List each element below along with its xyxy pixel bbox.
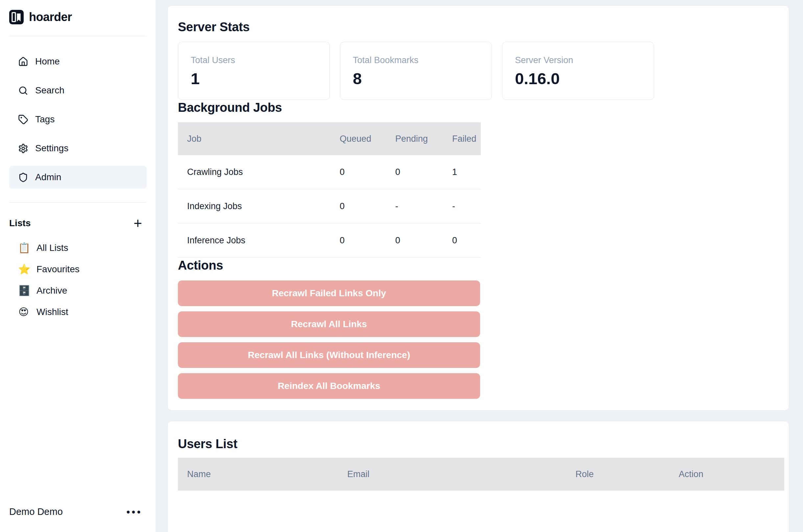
user-name: Demo Demo [9, 506, 63, 517]
sidebar-divider [9, 202, 147, 203]
column-header-queued: Queued [330, 134, 386, 144]
search-icon [18, 86, 28, 96]
recrawl-failed-links-button[interactable]: Recrawl Failed Links Only [178, 281, 480, 306]
sidebar-item-home[interactable]: Home [9, 50, 147, 73]
column-header-role: Role [566, 469, 669, 479]
list-item-archive[interactable]: 🗄️ Archive [9, 282, 147, 300]
clipboard-emoji-icon: 📋 [18, 243, 29, 253]
actions-title: Actions [178, 258, 779, 273]
add-list-button[interactable]: + [133, 216, 143, 230]
admin-card: Server Stats Total Users 1 Total Bookmar… [167, 5, 789, 411]
cell-failed: - [443, 201, 481, 211]
shield-icon [18, 172, 28, 183]
stat-label: Total Bookmarks [353, 55, 479, 65]
column-header-failed: Failed [443, 134, 481, 144]
sidebar-item-label: Home [35, 56, 60, 67]
sidebar-item-search[interactable]: Search [9, 79, 147, 102]
stat-value: 0.16.0 [515, 69, 641, 88]
cell-job-name: Crawling Jobs [178, 167, 330, 177]
recrawl-without-inference-button[interactable]: Recrawl All Links (Without Inference) [178, 342, 480, 368]
cell-pending: 0 [386, 235, 443, 246]
sidebar-item-tags[interactable]: Tags [9, 108, 147, 131]
background-jobs-table: Job Queued Pending Failed Crawling Jobs … [178, 122, 481, 258]
list-item-wishlist[interactable]: 😍 Wishlist [9, 303, 147, 321]
list-item-favourites[interactable]: ⭐ Favourites [9, 260, 147, 279]
star-emoji-icon: ⭐ [18, 264, 29, 274]
home-icon [18, 57, 28, 67]
sidebar-nav: Home Search Tags [9, 50, 147, 189]
plus-icon: + [134, 215, 142, 231]
app-title: hoarder [29, 10, 72, 24]
table-row-crawling-jobs: Crawling Jobs 0 0 1 [178, 155, 481, 189]
table-row-indexing-jobs: Indexing Jobs 0 - - [178, 189, 481, 224]
sidebar-item-label: Settings [35, 143, 69, 154]
stat-card-server-version: Server Version 0.16.0 [502, 42, 654, 100]
column-header-name: Name [178, 469, 338, 479]
table-row-inference-jobs: Inference Jobs 0 0 0 [178, 224, 481, 258]
users-list-title: Users List [178, 436, 779, 452]
list-item-label: Wishlist [37, 307, 68, 317]
cell-pending: 0 [386, 167, 443, 177]
recrawl-all-links-button[interactable]: Recrawl All Links [178, 311, 480, 337]
sidebar-item-label: Admin [35, 172, 61, 183]
cell-queued: 0 [330, 167, 386, 177]
cell-queued: 0 [330, 235, 386, 246]
server-stats-row: Total Users 1 Total Bookmarks 8 Server V… [178, 42, 779, 100]
cell-queued: 0 [330, 201, 386, 211]
stat-card-total-users: Total Users 1 [178, 42, 330, 100]
sidebar-item-label: Tags [35, 114, 55, 125]
users-table: Name Email Role Action [178, 458, 784, 491]
cell-failed: 0 [443, 235, 481, 246]
server-stats-title: Server Stats [178, 19, 779, 35]
cell-job-name: Indexing Jobs [178, 201, 330, 211]
sidebar-item-settings[interactable]: Settings [9, 137, 147, 160]
list-item-label: All Lists [37, 243, 68, 253]
stat-label: Server Version [515, 55, 641, 65]
sidebar-item-admin[interactable]: Admin [9, 166, 147, 189]
users-card: Users List Name Email Role Action [167, 421, 789, 532]
list-item-label: Archive [37, 285, 67, 296]
hoarder-logo[interactable]: hoarder [9, 10, 147, 24]
lists-header: Lists + [9, 214, 147, 232]
ellipsis-icon: ●●● [126, 508, 142, 515]
sidebar-item-label: Search [35, 85, 64, 96]
file-cabinet-emoji-icon: 🗄️ [18, 286, 29, 296]
cell-job-name: Inference Jobs [178, 235, 330, 246]
hoarder-logo-icon [9, 10, 24, 24]
jobs-table-header: Job Queued Pending Failed [178, 122, 481, 155]
users-table-header: Name Email Role Action [178, 458, 784, 491]
sidebar: hoarder Home S [0, 0, 156, 532]
column-header-job: Job [178, 134, 330, 144]
stat-value: 1 [191, 69, 317, 88]
sidebar-divider [9, 36, 147, 36]
column-header-action: Action [669, 469, 784, 479]
background-jobs-title: Background Jobs [178, 100, 779, 115]
app-root: hoarder Home S [0, 0, 803, 532]
reindex-all-bookmarks-button[interactable]: Reindex All Bookmarks [178, 373, 480, 399]
user-menu-button[interactable]: ●●● [126, 507, 143, 516]
actions-buttons: Recrawl Failed Links Only Recrawl All Li… [178, 281, 480, 399]
lists-items: 📋 All Lists ⭐ Favourites 🗄️ Archive 😍 Wi… [9, 239, 147, 321]
cell-pending: - [386, 201, 443, 211]
list-item-all-lists[interactable]: 📋 All Lists [9, 239, 147, 257]
lists-title: Lists [9, 218, 31, 229]
heart-eyes-emoji-icon: 😍 [18, 307, 29, 317]
column-header-pending: Pending [386, 134, 443, 144]
cell-failed: 1 [443, 167, 481, 177]
gear-icon [18, 144, 28, 154]
tag-icon [18, 114, 28, 125]
stat-label: Total Users [191, 55, 317, 65]
column-header-email: Email [338, 469, 566, 479]
stat-value: 8 [353, 69, 479, 88]
user-row: Demo Demo ●●● [9, 502, 147, 521]
list-item-label: Favourites [37, 264, 80, 274]
main-content: Server Stats Total Users 1 Total Bookmar… [156, 0, 803, 532]
stat-card-total-bookmarks: Total Bookmarks 8 [340, 42, 492, 100]
